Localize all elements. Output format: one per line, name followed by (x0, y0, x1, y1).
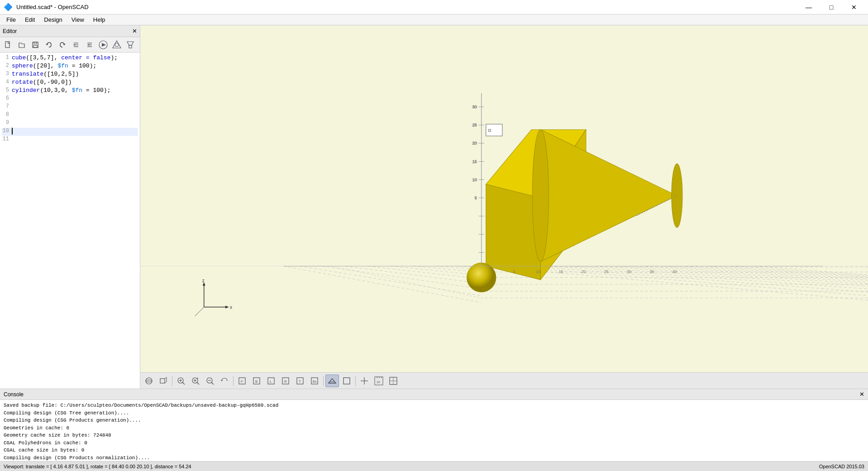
svg-text:x: x (230, 305, 232, 310)
svg-marker-11 (102, 43, 106, 47)
vp-btn-scales[interactable]: 10 (372, 375, 386, 387)
svg-text:⊡: ⊡ (488, 128, 491, 133)
console-line: CGAL cache size in bytes: 0 (4, 447, 864, 454)
code-line-8: 8 (2, 111, 138, 120)
render-button[interactable] (110, 39, 123, 51)
editor-panel: Editor ✕ (0, 25, 140, 389)
vp-btn-reset[interactable] (218, 375, 231, 387)
menu-edit[interactable]: Edit (20, 15, 39, 24)
svg-text:30: 30 (472, 105, 477, 109)
toolbar-separator-2 (233, 376, 234, 386)
console-header: Console ✕ (0, 389, 868, 400)
vp-btn-zoom-out[interactable] (203, 375, 217, 387)
svg-text:20: 20 (472, 141, 477, 145)
svg-text:Bo: Bo (313, 380, 317, 383)
vp-btn-perspective[interactable] (325, 375, 339, 387)
svg-rect-3 (33, 45, 37, 48)
vp-btn-zoom-in[interactable]: + (189, 375, 202, 387)
console-content: Saved backup file: C:/Users/sculpteo/Doc… (0, 400, 868, 461)
toolbar-separator-1 (172, 376, 172, 386)
svg-marker-14 (127, 42, 134, 45)
svg-text:10: 10 (536, 269, 540, 274)
open-file-button[interactable] (15, 39, 28, 51)
svg-text:5: 5 (475, 196, 477, 200)
svg-rect-127 (343, 378, 350, 384)
vp-btn-3d-ortho[interactable] (157, 375, 170, 387)
minimize-button[interactable]: — (798, 0, 819, 14)
menu-file[interactable]: File (2, 15, 20, 24)
vp-btn-axes[interactable] (358, 375, 371, 387)
code-line-6: 6 (2, 95, 138, 103)
titlebar: 🔷 Untitled.scad* - OpenSCAD — □ ✕ (0, 0, 868, 14)
vp-btn-left[interactable]: L (264, 375, 278, 387)
export-stl-button[interactable] (124, 39, 137, 51)
console-line: Compiling design (CSG Products normaliza… (4, 454, 864, 461)
svg-text:25: 25 (472, 123, 477, 127)
svg-line-105 (197, 382, 199, 384)
svg-marker-12 (113, 41, 121, 48)
svg-text:30: 30 (627, 269, 631, 274)
undo-button[interactable] (43, 39, 55, 51)
code-line-7: 7 (2, 103, 138, 111)
unindent-button[interactable] (83, 39, 96, 51)
titlebar-left: 🔷 Untitled.scad* - OpenSCAD (4, 3, 89, 11)
code-line-10: 10 (2, 128, 138, 136)
statusbar: Viewport: translate = [ 4.16 4.87 5.01 ]… (0, 461, 868, 471)
indent-button[interactable] (70, 39, 82, 51)
toolbar-separator-3 (323, 376, 324, 386)
console-close-button[interactable]: ✕ (859, 391, 864, 398)
svg-text:R: R (284, 380, 287, 384)
console-title: Console (4, 391, 24, 398)
svg-point-72 (467, 263, 496, 292)
svg-text:F: F (241, 380, 243, 384)
vp-btn-zoom-all[interactable] (174, 375, 188, 387)
svg-line-110 (211, 382, 214, 384)
content-area: Editor ✕ (0, 25, 868, 389)
vp-btn-top[interactable]: T (293, 375, 307, 387)
code-line-2: 2sphere([20], $fn = 100); (2, 62, 138, 71)
close-button[interactable]: ✕ (844, 0, 864, 14)
menu-view[interactable]: View (67, 15, 89, 24)
save-file-button[interactable] (29, 39, 42, 51)
console-panel: Console ✕ Saved backup file: C:/Users/sc… (0, 389, 868, 461)
vp-btn-back[interactable]: B (250, 375, 263, 387)
svg-line-98 (165, 382, 167, 383)
main: Editor ✕ (0, 25, 868, 471)
code-line-3: 3translate([10,2,5]) (2, 71, 138, 79)
app-icon: 🔷 (4, 3, 13, 11)
editor-content[interactable]: 1cube([3,5,7], center = false);2sphere([… (0, 53, 140, 389)
svg-text:40: 40 (672, 269, 677, 274)
svg-point-69 (532, 130, 548, 261)
svg-line-97 (165, 377, 167, 379)
menu-help[interactable]: Help (89, 15, 110, 24)
console-line: CGAL Polyhedrons in cache: 0 (4, 439, 864, 447)
statusbar-right: OpenSCAD 2015.03 (819, 464, 864, 469)
editor-close-button[interactable]: ✕ (132, 28, 137, 34)
viewport[interactable]: 30 25 20 15 10 5 (140, 25, 868, 389)
svg-text:25: 25 (604, 269, 609, 274)
svg-marker-112 (221, 380, 223, 381)
console-line: Saved backup file: C:/Users/sculpteo/Doc… (4, 402, 864, 409)
vp-btn-3d-persp[interactable] (142, 375, 156, 387)
console-line: Compiling design (CSG Products generatio… (4, 417, 864, 424)
svg-point-13 (115, 43, 119, 47)
svg-rect-0 (5, 42, 10, 48)
svg-text:10: 10 (377, 380, 380, 384)
new-file-button[interactable] (2, 39, 14, 51)
vp-btn-crosshair[interactable] (386, 375, 400, 387)
redo-button[interactable] (56, 39, 69, 51)
editor-title: Editor (3, 28, 17, 34)
svg-text:+: + (196, 376, 199, 381)
preview-button[interactable] (97, 39, 110, 51)
svg-text:35: 35 (650, 269, 654, 274)
maximize-button[interactable]: □ (821, 0, 842, 14)
vp-btn-front[interactable]: F (235, 375, 249, 387)
code-line-9: 9 (2, 120, 138, 128)
code-line-1: 1cube([3,5,7], center = false); (2, 54, 138, 62)
menu-design[interactable]: Design (39, 15, 67, 24)
console-line: Geometry cache size in bytes: 724848 (4, 432, 864, 439)
vp-btn-orthographic[interactable] (340, 375, 353, 387)
vp-btn-bottom[interactable]: Bo (308, 375, 321, 387)
svg-text:L: L (270, 380, 272, 384)
vp-btn-right[interactable]: R (279, 375, 292, 387)
